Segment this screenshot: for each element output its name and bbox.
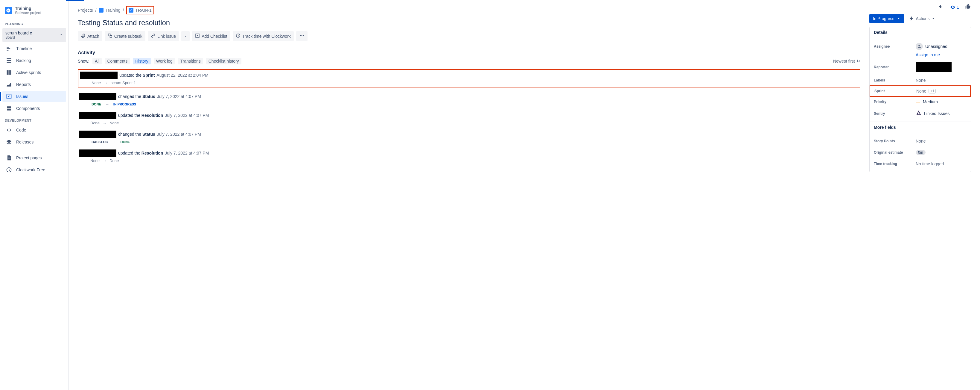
sort-icon	[856, 59, 860, 63]
like-button[interactable]	[965, 3, 971, 11]
sidebar: Training Software project PLANNING scrum…	[0, 0, 69, 390]
more-icon	[299, 33, 304, 39]
sidebar-section-development: DEVELOPMENT	[2, 114, 66, 123]
breadcrumb-project[interactable]: Training	[99, 8, 120, 13]
svg-point-6	[300, 35, 301, 36]
chevron-down-icon	[932, 17, 935, 20]
sprint-extra-badge[interactable]: +1	[929, 89, 936, 93]
user-redacted	[80, 72, 118, 79]
sidebar-item-components[interactable]: Components	[2, 103, 66, 114]
action-bar: Attach Create subtask Link issue	[78, 31, 860, 41]
link-icon	[151, 33, 156, 39]
attach-button[interactable]: Attach	[78, 31, 102, 41]
svg-point-9	[918, 45, 920, 46]
sidebar-item-backlog[interactable]: Backlog	[2, 55, 66, 66]
tab-comments[interactable]: Comments	[105, 58, 130, 64]
divider	[2, 150, 66, 150]
history-list: updated the Sprint August 22, 2022 at 2:…	[78, 69, 860, 163]
field-sprint[interactable]: Sprint None +1	[870, 85, 971, 97]
history-item: changed the Status July 7, 2022 at 4:07 …	[78, 93, 860, 106]
tab-transitions[interactable]: Transitions	[178, 58, 203, 64]
sidebar-item-releases[interactable]: Releases	[2, 137, 66, 147]
nav-label: Reports	[16, 82, 31, 87]
more-actions-button[interactable]	[296, 31, 307, 41]
backlog-icon	[6, 58, 12, 64]
status-button[interactable]: In Progress	[869, 14, 904, 23]
clock-icon	[236, 33, 240, 39]
add-checklist-button[interactable]: Add Checklist	[192, 31, 230, 41]
field-assignee[interactable]: Assignee Unassigned	[870, 40, 971, 53]
field-labels[interactable]: Labels None	[870, 75, 971, 86]
breadcrumb: Projects / Training / TRAIN-1	[78, 3, 860, 17]
create-subtask-button[interactable]: Create subtask	[105, 31, 145, 41]
subtask-icon	[108, 33, 113, 39]
tab-all[interactable]: All	[92, 58, 102, 64]
details-panel: Details Assignee Unassigned Assign to me…	[869, 27, 971, 172]
chevron-down-icon	[897, 17, 900, 20]
sidebar-section-planning: PLANNING	[2, 18, 66, 27]
code-icon	[6, 127, 12, 133]
field-priority[interactable]: Priority Medium	[870, 96, 971, 107]
field-story-points[interactable]: Story Points None	[870, 135, 971, 147]
link-issue-button[interactable]: Link issue	[148, 31, 179, 41]
priority-medium-icon	[916, 99, 921, 105]
releases-icon	[6, 139, 12, 145]
timeline-icon	[6, 46, 12, 51]
track-time-button[interactable]: Track time with Clockwork	[233, 31, 294, 41]
attach-icon	[81, 33, 86, 39]
chevron-down-icon	[59, 33, 63, 37]
project-title: Training	[15, 6, 41, 11]
link-issue-dropdown[interactable]	[181, 31, 190, 41]
checklist-icon	[195, 33, 200, 39]
sidebar-item-project-pages[interactable]: Project pages	[2, 152, 66, 163]
breadcrumb-projects[interactable]: Projects	[78, 8, 93, 13]
page-icon	[6, 155, 12, 161]
sidebar-item-code[interactable]: Code	[2, 125, 66, 135]
newest-first-button[interactable]: Newest first	[833, 59, 860, 64]
unassigned-avatar-icon	[916, 43, 923, 50]
feedback-icon[interactable]	[938, 3, 944, 11]
activity-title: Activity	[78, 50, 860, 55]
board-icon	[6, 69, 12, 75]
watch-button[interactable]: 1	[950, 5, 959, 10]
components-icon	[6, 105, 12, 112]
tab-checklist[interactable]: Checklist history	[206, 58, 242, 64]
sidebar-item-reports[interactable]: Reports	[2, 79, 66, 90]
breadcrumb-issue-key: TRAIN-1	[135, 8, 151, 13]
actions-dropdown[interactable]: Actions	[907, 14, 937, 23]
board-selector[interactable]: scrum board c Board	[2, 28, 66, 42]
sidebar-item-active-sprints[interactable]: Active sprints	[2, 67, 66, 78]
user-redacted	[79, 93, 116, 100]
field-sentry[interactable]: Sentry Linked Issues	[870, 107, 971, 119]
nav-label: Clockwork Free	[16, 168, 45, 172]
field-original-estimate[interactable]: Original estimate 0m	[870, 147, 971, 158]
task-icon	[129, 8, 134, 13]
field-time-tracking[interactable]: Time tracking No time logged	[870, 158, 971, 169]
eye-icon	[950, 5, 956, 10]
issue-title[interactable]: Testing Status and resolution	[78, 19, 860, 27]
chevron-down-icon	[184, 34, 187, 38]
sidebar-item-clockwork[interactable]: Clockwork Free	[2, 165, 66, 175]
user-redacted	[79, 112, 116, 119]
field-reporter[interactable]: Reporter	[870, 60, 971, 75]
board-name: scrum board c	[5, 30, 32, 35]
tab-history[interactable]: History	[133, 58, 151, 64]
sidebar-item-issues[interactable]: Issues	[2, 91, 66, 102]
history-item: updated the Sprint August 22, 2022 at 2:…	[78, 69, 860, 88]
more-fields-header[interactable]: More fields	[870, 121, 971, 133]
project-icon	[99, 8, 103, 13]
nav-label: Components	[16, 106, 40, 111]
tab-worklog[interactable]: Work log	[154, 58, 175, 64]
svg-point-8	[303, 35, 304, 36]
reports-icon	[6, 82, 12, 88]
assign-to-me-link[interactable]: Assign to me	[870, 53, 971, 60]
history-item: changed the Status July 7, 2022 at 4:07 …	[78, 131, 860, 144]
project-avatar-icon	[5, 7, 12, 14]
board-sub: Board	[5, 35, 32, 40]
breadcrumb-issue[interactable]: TRAIN-1	[126, 6, 154, 14]
project-header[interactable]: Training Software project	[2, 3, 66, 18]
details-header[interactable]: Details	[870, 27, 971, 38]
user-redacted	[79, 131, 116, 138]
history-item: updated the Resolution July 7, 2022 at 4…	[78, 112, 860, 125]
sidebar-item-timeline[interactable]: Timeline	[2, 43, 66, 54]
